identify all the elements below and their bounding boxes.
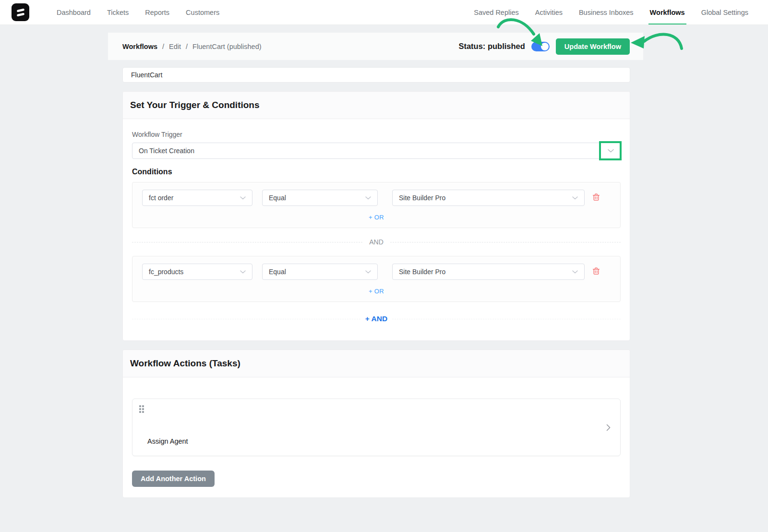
add-another-action-button[interactable]: Add Another Action xyxy=(132,471,215,487)
add-or-condition-button[interactable]: + OR xyxy=(369,288,384,295)
trigger-conditions-card: Set Your Trigger & Conditions Workflow T… xyxy=(122,91,630,341)
condition-operator-select[interactable]: Equal xyxy=(262,264,378,280)
trigger-card-body: Workflow Trigger On Ticket Creation Cond… xyxy=(123,119,630,340)
nav-right-group: Saved Replies Activities Business Inboxe… xyxy=(466,0,756,24)
add-and-row: + AND xyxy=(132,314,621,323)
condition-value-select[interactable]: Site Builder Pro xyxy=(392,264,585,280)
nav-item-reports[interactable]: Reports xyxy=(137,0,178,24)
condition-operator-value: Equal xyxy=(269,194,286,202)
workflow-trigger-select[interactable]: On Ticket Creation xyxy=(132,143,621,159)
condition-value-text: Site Builder Pro xyxy=(399,268,445,276)
nav-item-business-inboxes[interactable]: Business Inboxes xyxy=(571,0,642,24)
add-and-group-button[interactable]: + AND xyxy=(365,314,387,323)
trigger-card-header: Set Your Trigger & Conditions xyxy=(123,92,630,119)
nav-item-customers[interactable]: Customers xyxy=(178,0,228,24)
workflow-edit-page: Dashboard Tickets Reports Customers Save… xyxy=(0,0,768,532)
nav-item-workflows[interactable]: Workflows xyxy=(642,0,693,24)
condition-operator-select[interactable]: Equal xyxy=(262,190,378,206)
nav-item-tickets[interactable]: Tickets xyxy=(99,0,137,24)
breadcrumb: Workflows / Edit / FluentCart (published… xyxy=(122,43,262,50)
actions-card-title: Workflow Actions (Tasks) xyxy=(130,358,623,369)
trash-icon xyxy=(592,193,600,203)
action-item-assign-agent[interactable]: Assign Agent xyxy=(132,399,621,456)
nav-item-dashboard[interactable]: Dashboard xyxy=(48,0,99,24)
update-workflow-button[interactable]: Update Workflow xyxy=(556,38,630,55)
breadcrumb-separator: / xyxy=(162,43,164,50)
workflow-trigger-select-wrap: On Ticket Creation xyxy=(132,143,621,159)
delete-condition-button[interactable] xyxy=(592,267,600,277)
add-or-condition-button[interactable]: + OR xyxy=(369,214,384,221)
status-and-update-group: Status: published Update Workflow xyxy=(458,38,630,55)
arrow-to-update-button xyxy=(644,35,682,48)
workflow-trigger-value: On Ticket Creation xyxy=(139,147,194,155)
condition-group: fc_products Equal Site Builder Pro xyxy=(132,256,621,302)
chevron-right-icon xyxy=(606,424,611,433)
workflow-actions-card: Workflow Actions (Tasks) Assign Agent Ad… xyxy=(122,350,630,498)
trigger-card-title: Set Your Trigger & Conditions xyxy=(130,100,623,110)
action-label: Assign Agent xyxy=(147,437,188,445)
nav-item-activities[interactable]: Activities xyxy=(527,0,571,24)
condition-value-text: Site Builder Pro xyxy=(399,194,445,202)
status-toggle[interactable] xyxy=(531,42,550,51)
chevron-down-icon xyxy=(572,196,578,200)
chevron-down-icon xyxy=(240,196,246,200)
nav-item-global-settings[interactable]: Global Settings xyxy=(693,0,756,24)
condition-field-select[interactable]: fc_products xyxy=(142,264,252,280)
toggle-knob xyxy=(541,43,549,50)
trash-icon xyxy=(592,267,600,277)
breadcrumb-edit: Edit xyxy=(169,43,181,50)
breadcrumb-separator: / xyxy=(186,43,188,50)
breadcrumb-workflows-link[interactable]: Workflows xyxy=(122,43,157,50)
delete-condition-button[interactable] xyxy=(592,193,600,203)
breadcrumb-workflow-name: FluentCart (published) xyxy=(192,43,261,50)
condition-row: fct order Equal Site Builder Pro xyxy=(142,190,611,206)
conditions-heading: Conditions xyxy=(132,168,621,176)
condition-group: fct order Equal Site Builder Pro xyxy=(132,182,621,228)
nav-item-saved-replies[interactable]: Saved Replies xyxy=(466,0,527,24)
workflow-trigger-label: Workflow Trigger xyxy=(132,131,621,138)
workflow-name-input[interactable] xyxy=(122,67,630,83)
chevron-down-icon xyxy=(365,196,371,200)
nav-left-group: Dashboard Tickets Reports Customers xyxy=(48,0,228,24)
condition-row: fc_products Equal Site Builder Pro xyxy=(142,264,611,280)
chevron-down-icon xyxy=(365,270,371,274)
and-group-divider: AND xyxy=(132,238,621,246)
actions-card-body: Assign Agent Add Another Action xyxy=(123,377,630,497)
actions-card-header: Workflow Actions (Tasks) xyxy=(123,350,630,377)
condition-field-value: fct order xyxy=(149,194,173,202)
drag-handle-icon[interactable] xyxy=(139,405,144,413)
condition-field-value: fc_products xyxy=(149,268,183,276)
top-navbar: Dashboard Tickets Reports Customers Save… xyxy=(0,0,768,25)
condition-value-select[interactable]: Site Builder Pro xyxy=(392,190,585,206)
workflow-header-bar: Workflows / Edit / FluentCart (published… xyxy=(108,33,643,60)
chevron-down-icon xyxy=(572,270,578,274)
condition-operator-value: Equal xyxy=(269,268,286,276)
status-label: Status: published xyxy=(458,42,525,51)
chevron-down-icon xyxy=(240,270,246,274)
fluent-support-logo-icon[interactable] xyxy=(12,3,29,21)
chevron-down-icon xyxy=(608,149,614,153)
main-content: Set Your Trigger & Conditions Workflow T… xyxy=(122,67,630,498)
condition-field-select[interactable]: fct order xyxy=(142,190,252,206)
and-divider-label: AND xyxy=(369,238,384,246)
